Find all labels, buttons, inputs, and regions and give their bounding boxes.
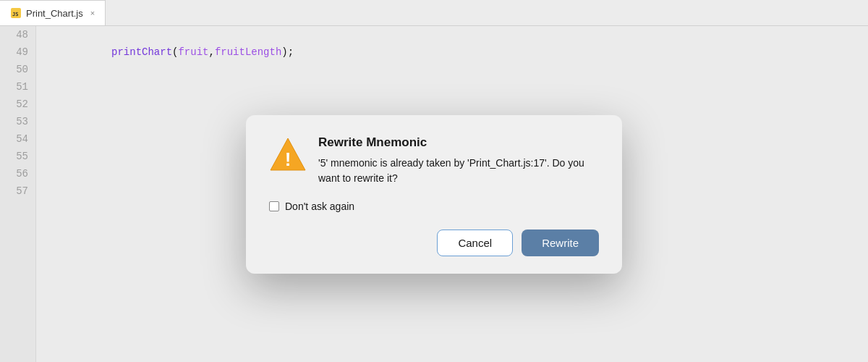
dialog-overlay: ! Rewrite Mnemonic '5' mnemonic is alrea… — [0, 26, 868, 362]
rewrite-mnemonic-dialog: ! Rewrite Mnemonic '5' mnemonic is alrea… — [246, 115, 622, 274]
tab-bar: JS Print_Chart.js × — [0, 0, 868, 26]
js-file-icon: JS — [10, 7, 22, 19]
tab-close-button[interactable]: × — [90, 9, 95, 17]
dont-ask-again-label[interactable]: Don't ask again — [285, 201, 354, 212]
editor-area: 48 49 50 51 52 53 54 55 56 57 printChart… — [0, 26, 868, 362]
dialog-buttons: Cancel Rewrite — [269, 230, 599, 256]
dialog-content: Rewrite Mnemonic '5' mnemonic is already… — [318, 135, 599, 186]
warning-icon: ! — [269, 135, 307, 173]
dialog-header: ! Rewrite Mnemonic '5' mnemonic is alrea… — [269, 135, 599, 186]
dont-ask-again-checkbox[interactable] — [269, 201, 279, 211]
tab-print-chart[interactable]: JS Print_Chart.js × — [0, 0, 106, 25]
checkbox-row[interactable]: Don't ask again — [269, 201, 599, 212]
svg-text:!: ! — [285, 148, 292, 170]
dialog-title: Rewrite Mnemonic — [318, 135, 599, 150]
svg-text:JS: JS — [12, 12, 18, 17]
dialog-message: '5' mnemonic is already taken by 'Print_… — [318, 156, 599, 186]
cancel-button[interactable]: Cancel — [437, 230, 513, 256]
rewrite-button[interactable]: Rewrite — [522, 230, 599, 256]
tab-filename: Print_Chart.js — [26, 8, 83, 19]
